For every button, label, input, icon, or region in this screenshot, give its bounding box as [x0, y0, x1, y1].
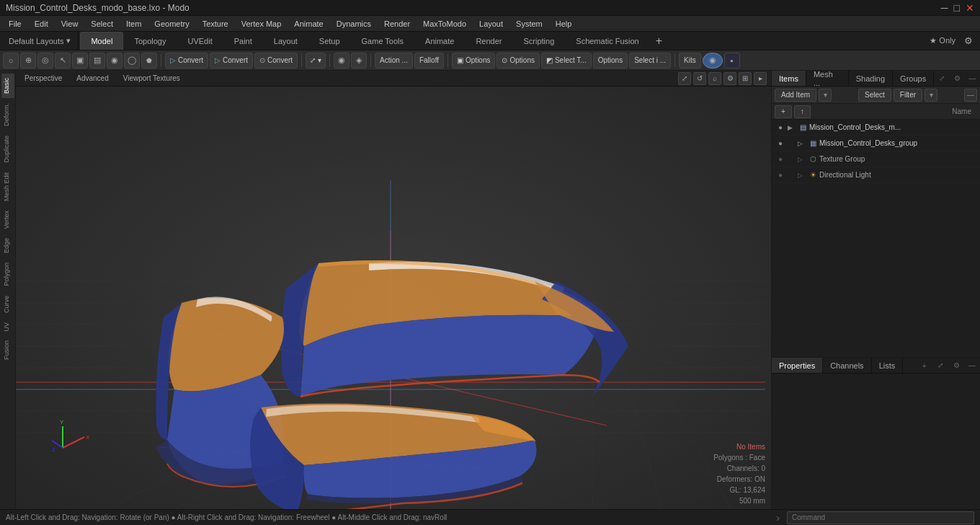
- toolbar-circle-icon[interactable]: ◉: [107, 53, 122, 69]
- items-eye-3[interactable]: ●: [775, 154, 786, 165]
- items-row-2[interactable]: ● ▷ ▦ Mission_Control_Desks_group: [772, 136, 980, 151]
- props-tab-add-btn[interactable]: +: [917, 358, 932, 373]
- viewport-sync-btn[interactable]: ↺: [693, 72, 706, 85]
- items-row-3[interactable]: ● ▷ ⬡ Texture Group: [772, 151, 980, 167]
- items-more-dropdown[interactable]: —: [964, 89, 977, 102]
- props-tab-lists[interactable]: Lists: [872, 358, 904, 373]
- toolbar-square-btn[interactable]: ▪: [724, 53, 740, 69]
- menu-help[interactable]: Help: [550, 18, 578, 30]
- menu-item[interactable]: Item: [120, 18, 147, 30]
- items-tab-expand-btn[interactable]: ⤢: [934, 71, 949, 86]
- tab-render[interactable]: Render: [465, 32, 512, 50]
- toolbar-options-btn-1[interactable]: ▣ Options: [452, 53, 495, 69]
- items-row-4[interactable]: ● ▷ ☀ Directional Light: [772, 167, 980, 183]
- menu-file[interactable]: File: [3, 18, 27, 30]
- toolbar-grid-icon[interactable]: ▣: [72, 53, 88, 69]
- toolbar-move-dropdown[interactable]: ⤢ ▾: [306, 53, 326, 69]
- tab-topology[interactable]: Topology: [123, 32, 177, 50]
- sidebar-tab-vertex[interactable]: Vertex: [1, 206, 14, 234]
- sidebar-tab-edge[interactable]: Edge: [1, 234, 14, 257]
- toolbar-kits-btn[interactable]: Kits: [679, 53, 701, 69]
- toolbar-arrow-icon[interactable]: ↖: [55, 53, 71, 69]
- tab-paint[interactable]: Paint: [223, 32, 263, 50]
- tab-settings-button[interactable]: ⚙: [960, 32, 977, 50]
- items-arrow-1[interactable]: ▶: [788, 124, 796, 131]
- items-filter-button[interactable]: Filter: [894, 89, 922, 102]
- toolbar-select-icon[interactable]: ○: [3, 53, 19, 69]
- menu-dynamics[interactable]: Dynamics: [331, 18, 377, 30]
- toolbar-sphere-icon[interactable]: ◯: [124, 53, 140, 69]
- sidebar-tab-duplicate[interactable]: Duplicate: [1, 131, 14, 167]
- viewport-perspective[interactable]: Perspective: [20, 73, 66, 84]
- minimize-button[interactable]: ─: [941, 2, 948, 14]
- close-button[interactable]: ✕: [966, 2, 974, 14]
- items-tab-mesh[interactable]: Mesh ...: [806, 71, 849, 86]
- menu-animate[interactable]: Animate: [288, 18, 329, 30]
- tab-game-tools[interactable]: Game Tools: [351, 32, 415, 50]
- viewport-maximize-btn[interactable]: ⤢: [678, 72, 691, 85]
- menu-vertex-map[interactable]: Vertex Map: [236, 18, 288, 30]
- menu-select[interactable]: Select: [85, 18, 119, 30]
- viewport-grid-btn[interactable]: ⊞: [739, 72, 752, 85]
- scene-canvas[interactable]: [16, 87, 771, 509]
- toolbar-eye-icon[interactable]: ◉: [334, 53, 349, 69]
- viewport-textures[interactable]: Viewport Textures: [119, 73, 184, 84]
- sidebar-tab-meshedit[interactable]: Mesh Edit: [1, 168, 14, 206]
- items-arrow-3[interactable]: ▷: [798, 156, 806, 163]
- sidebar-tab-fusion[interactable]: Fusion: [1, 336, 14, 364]
- menu-maxtomodo[interactable]: MaxToModo: [417, 18, 472, 30]
- tab-schematic-fusion[interactable]: Schematic Fusion: [565, 32, 649, 50]
- menu-layout[interactable]: Layout: [473, 18, 509, 30]
- sidebar-tab-curve[interactable]: Curve: [1, 291, 14, 317]
- viewport-advanced[interactable]: Advanced: [72, 73, 112, 84]
- maximize-button[interactable]: □: [954, 2, 960, 14]
- tab-scripting[interactable]: Scripting: [513, 32, 566, 50]
- props-tab-settings-btn[interactable]: ⚙: [948, 358, 964, 373]
- items-eye-2[interactable]: ●: [775, 138, 786, 149]
- layout-select[interactable]: Default Layouts ▾: [3, 32, 76, 50]
- toolbar-options-btn-2[interactable]: ⊙ Options: [496, 53, 539, 69]
- toolbar-convert-btn-1[interactable]: ▷ Convert: [165, 53, 208, 69]
- tab-add-button[interactable]: +: [650, 32, 668, 50]
- items-tab-close-btn[interactable]: —: [965, 71, 980, 86]
- toolbar-orbit-icon[interactable]: ⊕: [20, 53, 36, 69]
- tab-star-button[interactable]: ★ Only: [925, 32, 960, 50]
- window-controls[interactable]: ─ □ ✕: [941, 2, 974, 14]
- sidebar-tab-deform[interactable]: Deform.: [1, 99, 14, 131]
- viewport[interactable]: Perspective Advanced Viewport Textures ⤢…: [16, 71, 771, 509]
- menu-edit[interactable]: Edit: [29, 18, 54, 30]
- toolbar-select-i-btn[interactable]: Select i ...: [629, 53, 671, 69]
- menu-view[interactable]: View: [55, 18, 84, 30]
- viewport-search-btn[interactable]: ⌕: [708, 72, 721, 85]
- props-tab-expand-btn[interactable]: ⤢: [932, 358, 948, 373]
- sidebar-tab-uv[interactable]: UV: [1, 318, 14, 336]
- viewport-expand-btn[interactable]: ▸: [754, 72, 767, 85]
- toolbar-lock-icon[interactable]: ◈: [351, 53, 367, 69]
- toolbar-select-t-btn[interactable]: ◩ Select T...: [541, 53, 592, 69]
- menu-texture[interactable]: Texture: [197, 18, 234, 30]
- sidebar-tab-polygon[interactable]: Polygon: [1, 258, 14, 291]
- add-item-button[interactable]: Add Item: [775, 89, 816, 102]
- tab-setup[interactable]: Setup: [308, 32, 351, 50]
- tab-layout[interactable]: Layout: [263, 32, 308, 50]
- items-up-action-btn[interactable]: ↑: [794, 105, 811, 118]
- tab-animate[interactable]: Animate: [414, 32, 465, 50]
- props-tab-min-btn[interactable]: —: [964, 358, 980, 373]
- toolbar-convert-btn-2[interactable]: ▷ Convert: [210, 53, 253, 69]
- toolbar-options-btn-3[interactable]: Options: [593, 53, 628, 69]
- items-add-action-btn[interactable]: +: [775, 105, 792, 118]
- items-eye-4[interactable]: ●: [775, 169, 786, 181]
- toolbar-convert-btn-3[interactable]: ⊙ Convert: [254, 53, 298, 69]
- props-tab-properties[interactable]: Properties: [772, 358, 823, 373]
- items-tab-items[interactable]: Items: [772, 71, 806, 86]
- items-tab-groups[interactable]: Groups: [893, 71, 934, 86]
- items-arrow-2[interactable]: ▷: [798, 140, 806, 147]
- tab-model[interactable]: Model: [80, 32, 123, 50]
- items-filter-dropdown[interactable]: ▾: [925, 89, 937, 102]
- items-eye-1[interactable]: ●: [775, 122, 786, 133]
- command-input[interactable]: [787, 511, 974, 524]
- toolbar-action-btn[interactable]: Action ...: [375, 53, 413, 69]
- items-arrow-4[interactable]: ▷: [798, 172, 806, 179]
- viewport-settings-btn[interactable]: ⚙: [723, 72, 736, 85]
- items-select-button[interactable]: Select: [858, 89, 891, 102]
